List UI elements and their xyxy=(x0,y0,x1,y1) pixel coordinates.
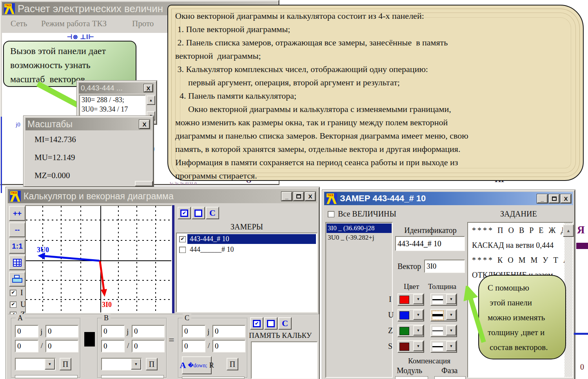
a-modulus-input[interactable] xyxy=(15,340,38,352)
vector-name-input[interactable] xyxy=(424,260,465,273)
vector-diagram-canvas[interactable]: 3U0 3I0 xyxy=(25,205,172,313)
zamer-vector-list[interactable]: 3I0 _ (36.690-j28 3U0 _ (-39.282+j xyxy=(325,222,393,378)
zadanie-line: КАСКАД на ветви 0,444 xyxy=(472,241,564,250)
dropdown-icon: ▼ xyxy=(446,341,456,351)
a-real-input[interactable] xyxy=(15,325,38,337)
width-combobox-u[interactable]: ▼ xyxy=(430,309,457,321)
memory-check-all-button[interactable]: ✔ xyxy=(250,317,263,330)
menu-rezhim-tkz[interactable]: Режим работа ТКЗ xyxy=(41,19,107,29)
popup-row[interactable]: 3I0= 288 / -83; xyxy=(80,96,145,105)
popup-title-bar[interactable]: 0,443-444 ... X xyxy=(79,83,155,94)
menu-set[interactable]: Сеть xyxy=(11,19,27,29)
memory-clear-button[interactable]: C xyxy=(278,317,292,330)
print-button[interactable] xyxy=(9,272,25,287)
measure-item[interactable]: ✔ 443-444_# 10 xyxy=(178,234,316,244)
app-icon: ТКЗ xyxy=(4,3,15,14)
all-values-label: Все ВЕЛИЧИНЫ xyxy=(338,209,396,218)
color-combobox-s[interactable]: ▼ xyxy=(397,340,424,353)
color-swatch xyxy=(399,327,409,335)
zadanie-scroll-up-button[interactable]: ▲ xyxy=(563,224,574,237)
b-variable-combobox[interactable]: ▼ xyxy=(101,358,142,370)
calc-group-c: C j / A�down;R П xyxy=(178,318,248,378)
color-combobox-u[interactable]: ▼ xyxy=(397,309,424,321)
clear-icon: C xyxy=(209,208,216,218)
maximize-button[interactable] xyxy=(549,194,559,203)
menu-proto[interactable]: Прото xyxy=(132,19,154,29)
zoom-out-button[interactable]: -- xyxy=(9,222,25,237)
check-icon: ✔ xyxy=(11,301,15,307)
row-label-u: U xyxy=(388,310,394,319)
checkbox-measure-1[interactable]: ✔ xyxy=(179,236,186,242)
measure-item-label[interactable]: 443-444_# 10 xyxy=(187,234,316,244)
c-arg-input[interactable] xyxy=(212,340,245,352)
checkbox-i[interactable]: ✔ xyxy=(10,290,16,296)
measures-list[interactable]: ✔ 443-444_# 10 444______# 10 xyxy=(176,233,318,312)
operation-indicator[interactable] xyxy=(84,332,95,347)
zamer-title-bar[interactable]: ТКЗ ЗАМЕР 443-444_# 10 _ X xyxy=(324,192,573,205)
zadanie-line: **** П О В Р Е Ж Д Е Н xyxy=(472,226,564,235)
color-swatch xyxy=(399,296,409,304)
minimize-button[interactable]: _ xyxy=(537,194,548,203)
a-arg-input[interactable] xyxy=(45,340,78,352)
b-arg-input[interactable] xyxy=(132,340,165,352)
b-modulus-input[interactable] xyxy=(101,340,125,352)
c-modulus-input[interactable] xyxy=(182,340,205,352)
memory-uncheck-button[interactable] xyxy=(264,317,278,330)
calc-group-b: B j / ▼ П xyxy=(97,318,167,378)
scroll-up-button[interactable]: ▲ xyxy=(147,96,155,105)
module-input-clipped[interactable] xyxy=(395,376,428,379)
scales-title-bar[interactable]: Масштабы X xyxy=(25,118,152,130)
group-label: C xyxy=(183,314,191,322)
a-memory-button[interactable]: П xyxy=(60,358,71,370)
width-combobox-s[interactable]: ▼ xyxy=(430,340,457,353)
close-icon[interactable]: X xyxy=(561,194,571,203)
calculator-panel: A j / ▼ П B j / ▼ xyxy=(8,314,319,379)
line-sample xyxy=(432,343,443,351)
clear-measures-button[interactable]: C xyxy=(206,207,219,219)
zoom-in-button[interactable]: ++ xyxy=(9,206,25,221)
c-real-input[interactable] xyxy=(182,325,205,337)
schematic-glyphs: ⊣⊗ ⊥‖⊢ xyxy=(67,33,94,41)
identifier-input[interactable] xyxy=(395,236,465,251)
clipped-field xyxy=(101,375,164,378)
vectors-callout: С помощью этой панели можно изменять тол… xyxy=(478,275,566,359)
close-icon[interactable]: X xyxy=(139,120,150,129)
one-to-one-button[interactable]: 1:1 xyxy=(9,239,25,254)
a-variable-combobox[interactable]: ▼ xyxy=(15,358,56,370)
scales-button-fragment[interactable] xyxy=(135,181,153,186)
close-icon[interactable]: X xyxy=(305,192,316,201)
c-imag-input[interactable] xyxy=(212,325,245,337)
empty-box-icon xyxy=(267,320,275,327)
memory-list[interactable] xyxy=(251,341,318,379)
color-combobox-i[interactable]: ▼ xyxy=(397,293,424,306)
uncheck-all-measures-button[interactable] xyxy=(192,207,205,219)
c-memory-button[interactable]: П xyxy=(227,358,238,370)
all-values-checkbox[interactable] xyxy=(328,211,334,217)
checked-box-icon: ✔ xyxy=(253,320,261,327)
a-imag-input[interactable] xyxy=(45,325,78,337)
b-imag-input[interactable] xyxy=(132,325,165,337)
vector-list-item[interactable]: 3I0 _ (36.690-j28 xyxy=(327,224,392,233)
measure-item-label[interactable]: 444______# 10 xyxy=(187,245,316,254)
dropdown-icon: ▼ xyxy=(413,341,423,351)
splitter[interactable] xyxy=(172,205,174,313)
measure-item[interactable]: 444______# 10 xyxy=(178,245,316,254)
grid-toggle-button[interactable] xyxy=(9,255,25,270)
phase-input-clipped[interactable] xyxy=(434,376,466,379)
b-real-input[interactable] xyxy=(101,325,125,337)
check-all-measures-button[interactable]: ✔ xyxy=(178,207,191,219)
result-to-a-button[interactable]: A�down;R xyxy=(182,356,212,374)
checkbox-measure-2[interactable] xyxy=(179,247,186,253)
popup-row[interactable]: 3U0= 39.34 / 17 xyxy=(80,105,145,114)
color-combobox-z[interactable]: ▼ xyxy=(397,325,424,337)
checkbox-u[interactable]: ✔ xyxy=(10,301,16,308)
b-memory-button[interactable]: П xyxy=(146,358,158,370)
calc-title-bar[interactable]: ТКЗ Калькулятор и векорная диаграмма _ X xyxy=(8,189,318,203)
width-combobox-z[interactable]: ▼ xyxy=(430,325,457,337)
close-icon[interactable]: X xyxy=(144,84,153,92)
width-combobox-i[interactable]: ▼ xyxy=(430,293,457,306)
maximize-button[interactable] xyxy=(293,192,304,201)
group-label: A xyxy=(16,314,25,322)
vector-list-item[interactable]: 3U0 _ (-39.282+j xyxy=(327,233,392,242)
minimize-button[interactable]: _ xyxy=(281,192,292,201)
